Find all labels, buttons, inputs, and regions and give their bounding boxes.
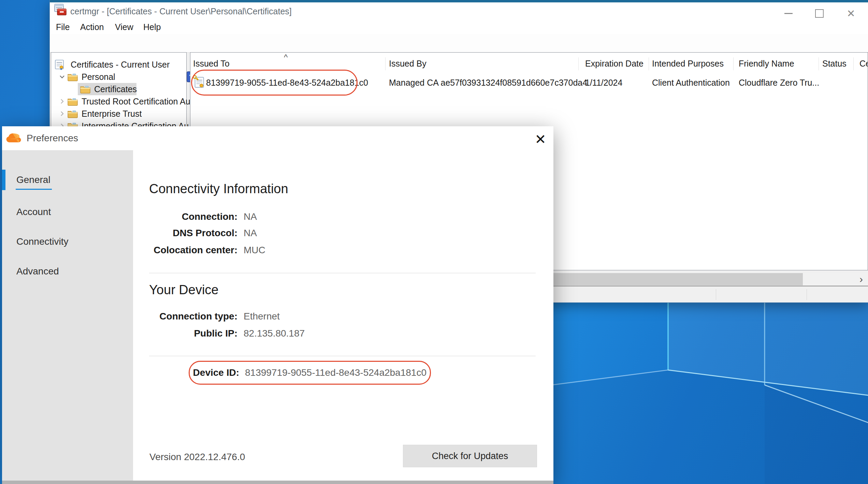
chevron-right-icon: › xyxy=(859,273,863,285)
column-header-certificate[interactable]: Ce xyxy=(859,55,868,72)
value-colocation-center: MUC xyxy=(244,244,265,256)
menu-file[interactable]: File xyxy=(56,20,70,34)
folder-icon xyxy=(80,85,91,94)
column-divider[interactable] xyxy=(649,57,649,70)
certificates-store-icon xyxy=(54,59,65,70)
section-heading-connectivity-information: Connectivity Information xyxy=(149,182,288,196)
menu-help[interactable]: Help xyxy=(143,20,161,34)
tree-item-trusted-root[interactable]: Trusted Root Certification Au xyxy=(51,95,186,108)
tree-item-certificates-current-user[interactable]: Certificates - Current User xyxy=(51,58,186,71)
column-header-expiration-date[interactable]: Expiration Date xyxy=(585,55,643,72)
minimize-icon xyxy=(784,13,793,14)
annotation-ellipse-device-id xyxy=(189,361,431,385)
window-title: certmgr - [Certificates - Current User\P… xyxy=(70,2,292,20)
statusbar-separator xyxy=(807,289,807,300)
cell-intended-purposes: Client Authentication xyxy=(652,72,730,94)
folder-icon xyxy=(67,72,78,81)
sort-ascending-indicator: ^ xyxy=(284,53,288,62)
window-top-accent xyxy=(50,0,868,2)
dialog-close-button[interactable]: ✕ xyxy=(532,130,549,148)
nav-item-advanced[interactable]: Advanced xyxy=(2,262,133,281)
folder-icon xyxy=(67,109,78,118)
column-divider[interactable] xyxy=(819,57,819,70)
menubar: File Action View Help xyxy=(50,20,868,34)
cell-expiration-date: 1/11/2024 xyxy=(585,72,622,94)
column-divider[interactable] xyxy=(578,57,579,70)
certmgr-titlebar[interactable]: certmgr - [Certificates - Current User\P… xyxy=(50,2,868,20)
close-button[interactable]: ✕ xyxy=(843,5,859,22)
statusbar-separator xyxy=(716,289,716,300)
version-text: Version 2022.12.476.0 xyxy=(149,451,245,463)
column-header-issued-to[interactable]: Issued To xyxy=(193,55,230,72)
label-connection-type: Connection type: xyxy=(159,310,237,323)
tree-item-certificates-selected[interactable]: Certificates xyxy=(51,83,186,95)
value-connection: NA xyxy=(244,211,257,223)
chevron-down-icon[interactable] xyxy=(59,73,66,80)
label-public-ip: Public IP: xyxy=(194,327,237,340)
annotation-ellipse-certificate xyxy=(191,70,358,96)
dialog-bottom-edge xyxy=(2,481,553,484)
minimize-button[interactable] xyxy=(781,5,796,22)
close-icon: ✕ xyxy=(847,8,855,19)
nav-item-general[interactable]: General xyxy=(2,170,133,189)
column-divider[interactable] xyxy=(733,57,734,70)
tree-item-personal[interactable]: Personal xyxy=(51,71,186,83)
toolbar: ? xyxy=(50,34,868,53)
menu-action[interactable]: Action xyxy=(80,20,104,34)
value-public-ip: 82.135.80.187 xyxy=(244,327,305,340)
column-divider[interactable] xyxy=(385,57,386,70)
folder-icon xyxy=(67,97,78,106)
certmgr-app-icon xyxy=(53,3,68,17)
label-colocation-center: Colocation center: xyxy=(154,244,237,256)
maximize-icon xyxy=(815,9,824,18)
column-header-friendly-name[interactable]: Friendly Name xyxy=(739,55,794,72)
preferences-dialog: Preferences ✕ General Account Connectivi… xyxy=(2,126,553,484)
column-header-status[interactable]: Status xyxy=(822,55,847,72)
cell-friendly-name: Cloudflare Zero Tru... xyxy=(739,72,819,94)
cell-issued-by: Managed CA ae57f03931324f08591d660e7c370… xyxy=(389,72,587,94)
section-divider xyxy=(149,356,536,356)
cloudflare-logo-icon xyxy=(5,133,24,144)
label-dns-protocol: DNS Protocol: xyxy=(173,227,237,239)
preferences-sidebar: General Account Connectivity Advanced xyxy=(2,150,133,481)
check-for-updates-button[interactable]: Check for Updates xyxy=(403,445,537,467)
label-connection: Connection: xyxy=(182,211,237,223)
column-header-intended-purposes[interactable]: Intended Purposes xyxy=(652,55,724,72)
chevron-right-icon[interactable] xyxy=(59,98,66,105)
maximize-button[interactable] xyxy=(811,5,827,22)
menu-view[interactable]: View xyxy=(115,20,133,34)
selected-nav-underline xyxy=(16,189,52,190)
section-heading-your-device: Your Device xyxy=(149,283,219,297)
section-divider xyxy=(149,273,536,273)
scroll-right-button[interactable]: › xyxy=(855,273,868,285)
dialog-title: Preferences xyxy=(27,126,78,150)
tree-item-enterprise-trust[interactable]: Enterprise Trust xyxy=(51,108,186,120)
column-header-issued-by[interactable]: Issued By xyxy=(389,55,426,72)
value-dns-protocol: NA xyxy=(244,227,257,239)
column-divider[interactable] xyxy=(853,57,854,70)
chevron-right-icon[interactable] xyxy=(59,110,66,117)
nav-item-connectivity[interactable]: Connectivity xyxy=(2,232,133,251)
close-icon: ✕ xyxy=(535,131,546,147)
value-connection-type: Ethernet xyxy=(244,310,280,323)
nav-item-account[interactable]: Account xyxy=(2,202,133,222)
